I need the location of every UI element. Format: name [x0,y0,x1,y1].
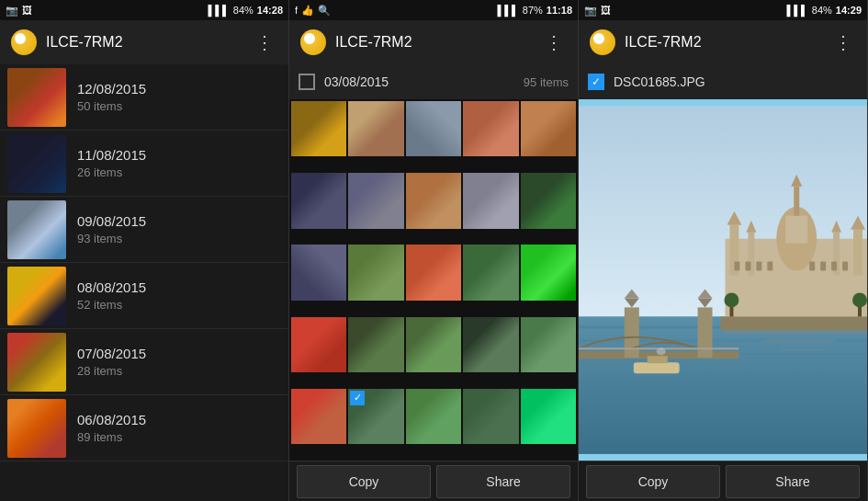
share-button-3[interactable]: Share [726,465,860,498]
status-bar-2: f 👍 🔍 ▌▌▌ 87% 11:18 [289,0,578,20]
date-count-0: 50 items [77,99,281,113]
grid-date-header: 03/08/2015 95 items [289,64,578,99]
svg-rect-28 [756,262,761,271]
status-bar-1: 📷 🖼 ▌▌▌ 84% 14:28 [0,0,288,20]
copy-button-2[interactable]: Copy [297,465,431,498]
share-button-2[interactable]: Share [436,465,570,498]
more-menu-2[interactable]: ⋮ [541,28,567,57]
cell-thumbnail [291,245,346,300]
date-label-0: 12/08/2015 [77,81,281,97]
cell-thumbnail [406,389,461,444]
cell-thumbnail [463,317,518,372]
grid-cell[interactable] [406,101,461,156]
cell-thumbnail [521,173,576,228]
app-title-3: ILCE-7RM2 [625,34,830,51]
grid-cell[interactable] [291,317,346,372]
date-label-1: 11/08/2015 [77,147,281,163]
date-thumb-5 [7,399,66,458]
grid-cell[interactable] [521,101,576,156]
file-header: ✓ DSC01685.JPG [579,64,867,99]
date-label-3: 08/08/2015 [77,279,281,295]
grid-cell[interactable] [463,101,518,156]
svg-rect-20 [853,230,862,276]
grid-cell[interactable] [291,173,346,228]
grid-cell[interactable] [463,317,518,372]
svg-rect-40 [648,356,668,363]
panel-photo-grid: f 👍 🔍 ▌▌▌ 87% 11:18 ILCE-7RM2 ⋮ 03/08/20… [289,0,579,501]
grid-cell[interactable]: ✓ [348,389,403,444]
camera-icon: 📷 [6,5,18,17]
grid-cell[interactable] [463,173,518,228]
time-3: 14:29 [836,5,862,16]
photo-grid: ✓ [289,99,578,461]
photo-detail[interactable] [579,99,867,461]
date-label-4: 07/08/2015 [77,346,281,361]
battery-text-2: 87% [523,5,543,16]
status-right-3: ▌▌▌ 84% 14:29 [786,5,862,16]
list-item[interactable]: 11/08/2015 26 items [0,131,288,197]
grid-cell[interactable] [348,317,403,372]
date-label-5: 06/08/2015 [77,412,281,427]
grid-cell[interactable] [406,173,461,228]
grid-cell[interactable] [521,317,576,372]
grid-cell[interactable] [348,101,403,156]
grid-cell[interactable] [463,245,518,300]
status-bar-3: 📷 🖼 ▌▌▌ 84% 14:29 [579,0,867,20]
grid-cell[interactable] [406,317,461,372]
svg-rect-15 [785,216,807,244]
cell-thumbnail [463,173,518,228]
status-right-2: ▌▌▌ 87% 11:18 [497,5,572,16]
app-bar-2: ILCE-7RM2 ⋮ [289,20,578,64]
date-thumb-0 [7,68,66,127]
grid-cell[interactable] [521,389,576,444]
photo-icon-3: 🖼 [601,5,611,16]
grid-cell[interactable] [291,101,346,156]
list-item[interactable]: 08/08/2015 52 items [0,263,288,329]
status-left-3: 📷 🖼 [584,5,611,17]
app-bar-1: ILCE-7RM2 ⋮ [0,20,288,64]
svg-rect-29 [767,262,772,271]
cell-thumbnail [291,389,346,444]
list-item[interactable]: 09/08/2015 93 items [0,197,288,263]
more-menu-1[interactable]: ⋮ [252,28,277,57]
list-item[interactable]: 06/08/2015 89 items [0,395,288,461]
panel-date-list: 📷 🖼 ▌▌▌ 84% 14:28 ILCE-7RM2 ⋮ 12/08/2015… [0,0,289,501]
grid-cell[interactable] [521,245,576,300]
cell-thumbnail [291,173,346,228]
date-info-0: 12/08/2015 50 items [77,81,281,113]
grid-header-date: 03/08/2015 [324,74,524,89]
grid-cell[interactable] [291,389,346,444]
more-menu-3[interactable]: ⋮ [830,28,856,57]
signal-icon-3: ▌▌▌ [786,5,807,16]
app-bar-3: ILCE-7RM2 ⋮ [579,20,867,64]
cell-thumbnail [406,245,461,300]
svg-rect-33 [842,262,848,271]
date-label-2: 09/08/2015 [77,213,281,229]
date-count-3: 52 items [77,298,281,312]
list-item[interactable]: 12/08/2015 50 items [0,64,288,131]
copy-button-3[interactable]: Copy [586,465,720,498]
grid-cell[interactable] [406,245,461,300]
cell-thumbnail [521,389,576,444]
svg-rect-43 [761,339,835,342]
date-list: 12/08/2015 50 items 11/08/2015 26 items … [0,64,288,501]
file-checkbox[interactable]: ✓ [588,74,604,90]
list-item[interactable]: 07/08/2015 28 items [0,329,288,395]
svg-rect-26 [734,262,739,271]
grid-cell[interactable] [348,245,403,300]
app-title-1: ILCE-7RM2 [46,34,252,51]
grid-cell[interactable] [463,389,518,444]
date-thumb-1 [7,134,66,193]
svg-rect-42 [725,330,867,334]
date-count-4: 28 items [77,364,281,378]
grid-cell[interactable] [521,173,576,228]
cell-thumbnail [291,317,346,372]
grid-cell[interactable] [348,173,403,228]
grid-cell[interactable] [406,389,461,444]
svg-point-38 [852,292,867,307]
battery-text-3: 84% [812,5,832,16]
select-all-checkbox[interactable] [299,74,315,90]
grid-cell[interactable] [291,245,346,300]
action-bar-2: Copy Share [289,461,578,501]
status-left-1: 📷 🖼 [6,5,32,17]
